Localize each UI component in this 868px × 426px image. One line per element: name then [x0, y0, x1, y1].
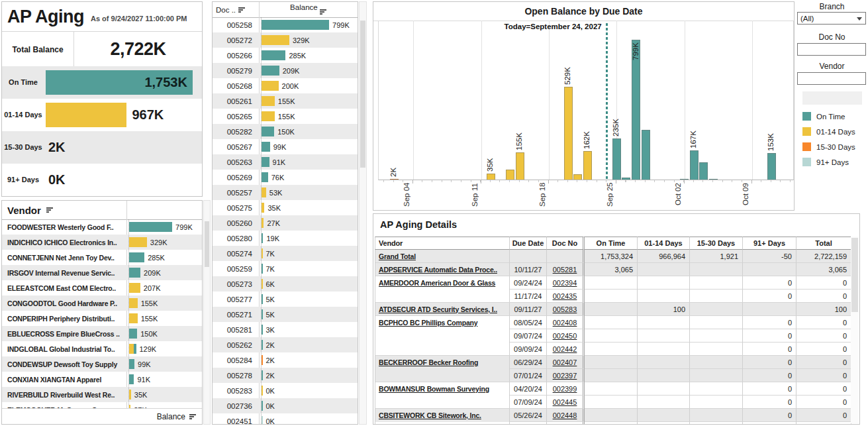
vendor-link[interactable]: BECKERROOF Becker Roofing — [379, 358, 478, 366]
doc-no-link[interactable]: 002445 — [553, 398, 577, 406]
legend-item[interactable]: On Time — [802, 109, 855, 124]
vendor-row[interactable]: ELEEASTCOM East COM Electro..207K — [2, 280, 202, 295]
doc-row-bar[interactable] — [262, 218, 264, 228]
aging-bucket-row[interactable]: 01-14 Days967K — [2, 99, 202, 131]
details-header-cell[interactable]: Vendor — [375, 237, 510, 250]
chart-bar[interactable] — [564, 87, 573, 180]
doc-no-link[interactable]: 005283 — [553, 305, 577, 313]
doc-scrollbar-thumb[interactable] — [360, 21, 365, 168]
details-header-cell[interactable]: 15-30 Days — [690, 237, 743, 250]
vendor-row[interactable]: RIVERBUILD Riverbuild West Re..35K — [2, 387, 202, 402]
legend-item[interactable]: 01-14 Days — [802, 124, 855, 139]
chevron-down-icon[interactable] — [857, 17, 862, 21]
vendor-link[interactable]: CBSITEWORK CB Sitework, Inc. — [379, 411, 481, 419]
doc-row-bar[interactable] — [262, 233, 263, 243]
doc-row-bar[interactable] — [262, 66, 279, 76]
doc-no-link[interactable]: 002399 — [553, 385, 577, 393]
vendor-row[interactable]: EBLUECROSS Empire BlueCross ..150K — [2, 326, 202, 341]
doc-row-bar[interactable] — [262, 142, 270, 152]
doc-row[interactable]: 005265155K — [213, 109, 358, 124]
doc-row-bar[interactable] — [262, 127, 274, 136]
chart-bar[interactable] — [622, 178, 630, 180]
details-header-cell[interactable]: 91+ Days — [743, 237, 796, 250]
aging-bucket-bar[interactable] — [46, 103, 126, 127]
chart-bar[interactable] — [709, 179, 718, 180]
doc-row-bar[interactable] — [262, 157, 269, 167]
vendor-row[interactable]: IRSGOV Internal Revenue Servic..209K — [2, 265, 202, 280]
doc-row-bar[interactable] — [262, 355, 263, 365]
vendor-row[interactable]: CONGOODTOL Good Hardware P..155K — [2, 295, 202, 311]
doc-row-bar[interactable] — [262, 35, 289, 45]
doc-no-input[interactable] — [797, 43, 866, 56]
chart-bar[interactable] — [583, 151, 592, 180]
doc-row-bar[interactable] — [262, 81, 279, 91]
sort-icon[interactable] — [238, 6, 246, 13]
chart-bar[interactable] — [680, 179, 689, 180]
doc-row-bar[interactable] — [262, 386, 263, 396]
vendor-row-bar[interactable] — [129, 252, 144, 262]
vendor-row-bar[interactable] — [129, 298, 138, 308]
aging-bucket-row[interactable]: 91+ Days0K — [2, 164, 202, 196]
doc-row-bar[interactable] — [262, 416, 263, 425]
vendor-row-bar[interactable] — [129, 329, 137, 339]
doc-row-bar[interactable] — [262, 111, 275, 121]
doc-scrollbar[interactable] — [359, 1, 367, 425]
vendor-row[interactable]: INDGLOBAL Global Industrial To..129K — [2, 341, 202, 356]
sort-icon[interactable] — [189, 413, 197, 420]
vendor-link[interactable]: BCPHCO BC Phillips Company — [379, 319, 477, 327]
vendor-link[interactable]: ADPSERVICE Automatic Data Proce.. — [379, 266, 497, 274]
doc-row[interactable]: 0024510K — [213, 413, 358, 425]
doc-row-bar[interactable] — [262, 370, 263, 380]
details-header-cell[interactable]: 01-14 Days — [638, 237, 690, 250]
doc-row[interactable]: 00527535K — [213, 200, 358, 215]
doc-no-link[interactable]: 002397 — [553, 372, 577, 380]
doc-row-bar[interactable] — [262, 20, 329, 30]
doc-no-link[interactable]: 002450 — [553, 332, 577, 340]
doc-row-bar[interactable] — [262, 325, 263, 335]
aging-bucket-row[interactable]: 15-30 Days2K — [2, 131, 202, 164]
chart-bar[interactable] — [642, 130, 650, 180]
vendor-row-bar[interactable] — [129, 268, 140, 278]
vendor-link[interactable]: Grand Total — [379, 252, 416, 260]
doc-row[interactable]: 0052747K — [213, 246, 358, 261]
doc-row-bar[interactable] — [262, 279, 263, 289]
vendor-link[interactable]: AMERDOOR American Door & Glass — [379, 279, 495, 287]
vendor-link[interactable]: ATDSECUR ATD Security Services, I.. — [379, 305, 497, 313]
chart-bar[interactable] — [767, 153, 776, 180]
vendor-row-bar[interactable] — [129, 313, 138, 323]
chart-bar[interactable] — [390, 179, 399, 180]
doc-row[interactable]: 0052715K — [213, 307, 358, 322]
vendor-row-bar[interactable] — [129, 237, 147, 247]
doc-row-bar[interactable] — [262, 248, 263, 258]
doc-row[interactable]: 005258799K — [213, 17, 358, 32]
sort-icon[interactable] — [320, 9, 327, 16]
vendor-row-bar[interactable] — [129, 344, 136, 354]
doc-row[interactable]: 0052842K — [213, 352, 358, 368]
doc-row-bar[interactable] — [262, 172, 268, 182]
doc-row[interactable]: 00526027K — [213, 215, 358, 231]
doc-row[interactable]: 00528019K — [213, 231, 358, 246]
doc-row[interactable]: 00526391K — [213, 154, 358, 170]
doc-row[interactable]: 0052830K — [213, 383, 358, 398]
doc-row[interactable]: 005266285K — [213, 48, 358, 63]
doc-no-link[interactable]: 002408 — [553, 319, 577, 327]
sort-icon[interactable] — [46, 207, 54, 214]
vendor-row-bar[interactable] — [129, 374, 134, 384]
doc-row[interactable]: 005261155K — [213, 93, 358, 109]
doc-row-bar[interactable] — [262, 264, 263, 274]
doc-row-bar[interactable] — [262, 309, 263, 319]
chart-bar[interactable] — [506, 170, 514, 180]
chart-bar[interactable] — [699, 162, 708, 180]
vendor-input[interactable] — [797, 72, 866, 85]
doc-row[interactable]: 0052775K — [213, 292, 358, 307]
doc-row[interactable]: 00526976K — [213, 170, 358, 185]
vendor-link[interactable]: BOWMANSUR Bowman Surveying — [379, 385, 489, 393]
doc-no-link[interactable]: 002435 — [553, 292, 577, 300]
branch-dropdown[interactable]: (All) — [797, 12, 866, 25]
doc-row-bar[interactable] — [262, 203, 264, 213]
vendor-row[interactable]: FOODWESTER Westerly Good F..799K — [2, 219, 202, 235]
legend-item[interactable]: 15-30 Days — [802, 139, 855, 154]
details-header-cell[interactable]: Due Date — [510, 237, 547, 250]
vendor-row-bar[interactable] — [129, 222, 172, 232]
doc-row-bar[interactable] — [262, 50, 285, 60]
